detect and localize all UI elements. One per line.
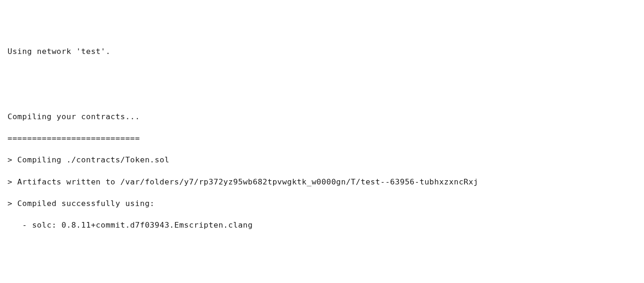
network-line: Using network 'test'. <box>8 46 636 57</box>
compile-line: > Compiled successfully using: <box>8 198 636 209</box>
compile-line: > Compiling ./contracts/Token.sol <box>8 154 636 165</box>
blank-line <box>8 90 636 100</box>
blank-block <box>8 241 636 274</box>
compile-title: Compiling your contracts... <box>8 111 636 122</box>
solc-line: - solc: 0.8.11+commit.d7f03943.Emscripte… <box>8 220 636 230</box>
compile-line: > Artifacts written to /var/folders/y7/r… <box>8 176 636 187</box>
compile-divider: =========================== <box>8 133 636 144</box>
blank-line <box>8 68 636 79</box>
